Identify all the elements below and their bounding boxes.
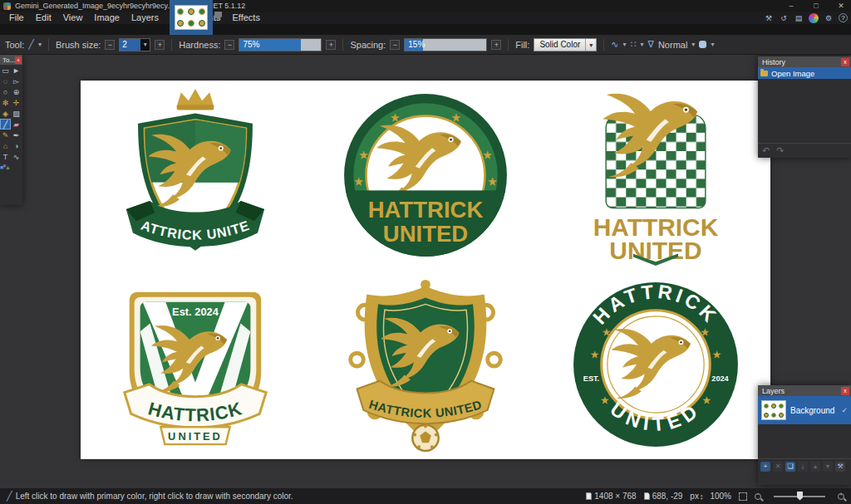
star-icon: ★: [483, 149, 492, 161]
tools-panel: To... x ▭ ► ◌ ▻ ○ ⊕ ✻ ✛ ◈ ▨ ╱ ▰ ✎ ✒ ⌂ ◑ …: [0, 55, 22, 205]
color-picker-tool[interactable]: ✒: [11, 130, 22, 140]
image-canvas[interactable]: HATTRICK UNITED ★ ★ ★ ★ ★ ★ HATTRICK UNI…: [81, 81, 770, 459]
blend-mode-caret-icon[interactable]: ▾: [691, 41, 695, 48]
add-layer-button[interactable]: +: [760, 462, 770, 472]
history-panel-close-icon[interactable]: x: [841, 58, 849, 66]
menu-file[interactable]: File: [3, 12, 30, 24]
recolor-tool[interactable]: ◑: [11, 140, 22, 151]
spacing-slider[interactable]: 15%: [404, 38, 487, 51]
minimize-button[interactable]: –: [786, 0, 796, 12]
brush-size-decrease-button[interactable]: −: [105, 40, 115, 50]
settings-icon[interactable]: ⚙: [824, 13, 834, 23]
layers-list-empty-area: [758, 424, 851, 458]
undo-icon[interactable]: ↶: [762, 145, 770, 156]
menu-effects[interactable]: Effects: [227, 12, 266, 24]
pencil-tool[interactable]: ✎: [0, 130, 11, 140]
image-tab[interactable]: [170, 0, 213, 35]
magic-wand-tool[interactable]: ✻: [0, 97, 11, 108]
fill-style-dropdown[interactable]: Solid Color ▾: [534, 38, 597, 51]
move-selected-pixels-tool[interactable]: ►: [11, 65, 22, 76]
title-bar: Gemini_Generated_Image_9ecyhr9ecyhr9ecy.…: [0, 0, 851, 12]
hardness-slider[interactable]: 75%: [239, 38, 322, 51]
selection-clipping-icon[interactable]: [699, 41, 706, 48]
star-icon: ★: [590, 350, 599, 360]
cursor-position-icon: [644, 492, 650, 500]
line-curve-tool[interactable]: ∿: [11, 151, 22, 162]
zoom-slider-thumb[interactable]: [797, 492, 803, 501]
ellipse-select-tool[interactable]: ○: [0, 86, 11, 97]
badge6-est-text: EST.: [583, 374, 598, 383]
star-icon: ★: [354, 176, 363, 188]
text-tool[interactable]: T: [0, 151, 11, 162]
selection-clipping-caret-icon[interactable]: ▾: [711, 41, 714, 48]
layers-panel-close-icon[interactable]: x: [841, 387, 849, 395]
brush-size-caret-icon[interactable]: ▾: [140, 41, 150, 48]
colors-panel-toggle-icon[interactable]: [809, 13, 819, 23]
pixel-sampling-caret-icon[interactable]: ▾: [641, 41, 644, 48]
pixel-sampling-icon[interactable]: ∷: [631, 39, 637, 50]
delete-layer-button[interactable]: ✕: [773, 462, 783, 472]
zoom-to-window-icon[interactable]: [739, 492, 747, 501]
merge-layer-down-button[interactable]: ⤓: [798, 462, 808, 472]
paint-bucket-tool[interactable]: ◈: [0, 108, 11, 119]
gradient-tool[interactable]: ▨: [11, 108, 22, 119]
paintbrush-tool[interactable]: ╱: [0, 119, 11, 130]
zoom-slider[interactable]: [774, 496, 825, 497]
layers-panel-title: Layers: [762, 387, 841, 395]
fill-style-caret-icon[interactable]: ▾: [585, 39, 596, 51]
lasso-select-tool[interactable]: ◌: [0, 76, 11, 86]
menu-view[interactable]: View: [57, 12, 89, 24]
status-brush-icon: ╱: [7, 491, 12, 502]
move-layer-up-button[interactable]: ▴: [810, 462, 820, 472]
rectangle-select-tool[interactable]: ▭: [0, 65, 11, 76]
blend-mode-value[interactable]: Normal: [658, 40, 687, 50]
history-item-open-image[interactable]: Open Image: [758, 67, 851, 79]
badge3-line2: UNITED: [609, 237, 701, 264]
hardness-decrease-button[interactable]: −: [224, 40, 234, 50]
shapes-tool[interactable]: ■ ● ▲: [0, 162, 11, 173]
hardness-increase-button[interactable]: +: [326, 40, 336, 50]
unit-selector[interactable]: px ▴ ▾: [690, 492, 702, 501]
menu-layers[interactable]: Layers: [125, 12, 165, 24]
layers-panel-toggle-icon[interactable]: ▤: [794, 13, 804, 23]
menu-image[interactable]: Image: [88, 12, 125, 24]
close-button[interactable]: ✕: [836, 0, 846, 12]
tool-dropdown-caret-icon[interactable]: ▾: [38, 41, 42, 48]
zoom-tool[interactable]: ⊕: [11, 86, 22, 97]
image-size-value: 1408 × 768: [594, 492, 636, 501]
tools-panel-toggle-icon[interactable]: ⚒: [764, 13, 774, 23]
badge2-line1: HATTRICK: [368, 197, 484, 223]
help-icon[interactable]: ?: [839, 13, 848, 22]
spacing-increase-button[interactable]: +: [491, 40, 501, 50]
antialiasing-caret-icon[interactable]: ▾: [623, 41, 627, 48]
tools-panel-header[interactable]: To... x: [0, 55, 22, 65]
tools-panel-close-icon[interactable]: x: [15, 56, 22, 64]
menu-edit[interactable]: Edit: [30, 12, 57, 24]
history-panel-header[interactable]: History x: [758, 56, 851, 67]
move-selection-tool[interactable]: ▻: [11, 76, 22, 86]
current-tool-brush-icon[interactable]: ╱: [28, 39, 34, 50]
duplicate-layer-button[interactable]: ❏: [785, 462, 795, 472]
layer-row-background[interactable]: Background ✓: [758, 396, 851, 424]
layer-properties-wrench-icon[interactable]: ⚒: [835, 462, 845, 472]
maximize-button[interactable]: □: [811, 0, 821, 12]
hardness-label: Hardness:: [179, 40, 220, 50]
clone-stamp-tool[interactable]: ⌂: [0, 140, 11, 151]
layers-panel-header[interactable]: Layers x: [758, 385, 851, 396]
layer-visible-check-icon[interactable]: ✓: [841, 406, 848, 414]
brush-size-combobox[interactable]: 2 ▾: [119, 38, 150, 51]
star-icon: ★: [359, 149, 368, 161]
menu-bar: File Edit View Image Layers Adjustments …: [0, 12, 851, 24]
zoom-out-icon[interactable]: −: [755, 493, 761, 500]
spacing-decrease-button[interactable]: −: [390, 40, 400, 50]
history-panel-toggle-icon[interactable]: ↺: [779, 13, 789, 23]
brush-size-increase-button[interactable]: +: [155, 40, 165, 50]
unit-down-icon[interactable]: ▾: [701, 497, 703, 500]
antialiasing-icon[interactable]: ∿: [611, 39, 618, 50]
move-layer-down-button[interactable]: ▾: [823, 462, 833, 472]
pan-tool[interactable]: ✛: [11, 97, 22, 108]
hardness-value: 75%: [243, 40, 259, 49]
eraser-tool[interactable]: ▰: [11, 119, 22, 130]
redo-icon[interactable]: ↷: [776, 145, 784, 156]
zoom-in-icon[interactable]: +: [838, 493, 844, 500]
